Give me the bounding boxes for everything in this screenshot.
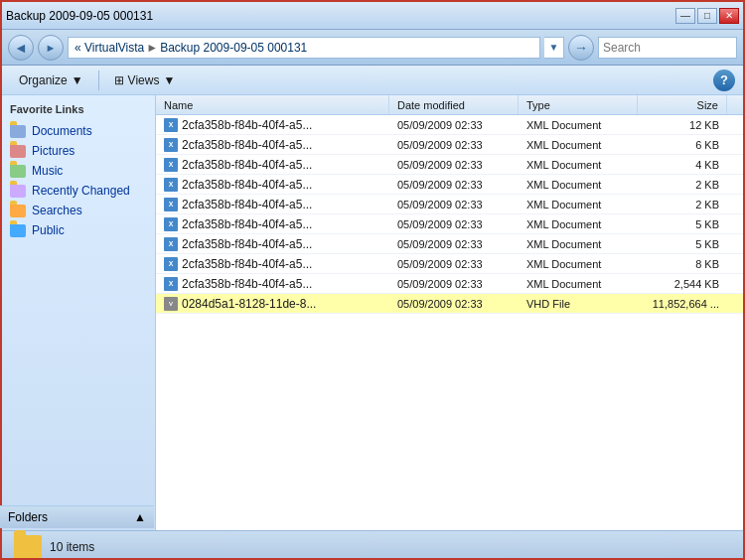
folders-section[interactable]: Folders ▲	[2, 505, 154, 528]
folders-chevron-icon: ▲	[134, 510, 146, 524]
file-name: 2cfa358b-f84b-40f4-a5...	[182, 118, 312, 132]
file-date-cell: 05/09/2009 02:33	[389, 298, 519, 310]
breadcrumb-separator: ►	[146, 41, 158, 55]
xml-icon: X	[164, 217, 178, 231]
xml-icon: X	[164, 277, 178, 291]
status-bar: 10 items	[2, 530, 743, 560]
file-size-cell: 2,544 KB	[638, 278, 727, 290]
sidebar-item-label: Music	[32, 164, 63, 178]
column-header-date[interactable]: Date modified	[389, 95, 519, 114]
xml-icon: X	[164, 198, 178, 211]
toolbar: Organize ▼ ⊞ Views ▼ ?	[2, 66, 743, 95]
sidebar-item-pictures[interactable]: Pictures	[6, 141, 151, 161]
help-button[interactable]: ?	[713, 70, 735, 91]
file-type-cell: XML Document	[519, 238, 638, 250]
main-content: Favorite Links Documents Pictures Music …	[2, 95, 743, 530]
toolbar-separator-1	[98, 70, 99, 90]
file-size-cell: 12 KB	[638, 119, 727, 131]
address-dropdown-button[interactable]: ▼	[544, 37, 564, 59]
file-type-cell: XML Document	[519, 258, 638, 270]
status-folder-icon	[14, 535, 42, 559]
table-row[interactable]: X 2cfa358b-f84b-40f4-a5... 05/09/2009 02…	[156, 234, 743, 254]
file-date-cell: 05/09/2009 02:33	[389, 179, 519, 191]
xml-icon: X	[164, 118, 178, 132]
table-row[interactable]: X 2cfa358b-f84b-40f4-a5... 05/09/2009 02…	[156, 274, 743, 294]
xml-icon: X	[164, 178, 178, 192]
column-header-name[interactable]: Name	[156, 95, 389, 114]
file-type-cell: XML Document	[519, 159, 638, 171]
title-controls: — □ ✕	[675, 8, 739, 24]
file-type-cell: XML Document	[519, 119, 638, 131]
file-date-cell: 05/09/2009 02:33	[389, 238, 519, 250]
sidebar-item-recently-changed[interactable]: Recently Changed	[6, 181, 151, 201]
go-button[interactable]: →	[568, 35, 594, 61]
file-name-cell: V 0284d5a1-8128-11de-8...	[156, 297, 389, 311]
file-name-cell: X 2cfa358b-f84b-40f4-a5...	[156, 158, 389, 172]
file-size-cell: 8 KB	[638, 258, 727, 270]
favorite-links-title: Favorite Links	[6, 103, 151, 115]
file-name: 2cfa358b-f84b-40f4-a5...	[182, 217, 312, 231]
search-box: 🔍	[598, 37, 737, 59]
forward-button[interactable]: ►	[38, 35, 64, 61]
breadcrumb-root: « VirtualVista	[74, 41, 144, 55]
table-row[interactable]: X 2cfa358b-f84b-40f4-a5... 05/09/2009 02…	[156, 155, 743, 175]
organize-chevron-icon: ▼	[72, 73, 83, 87]
sidebar-item-music[interactable]: Music	[6, 161, 151, 181]
sidebar-item-label: Recently Changed	[32, 184, 130, 198]
sidebar-item-public[interactable]: Public	[6, 220, 151, 240]
table-row[interactable]: V 0284d5a1-8128-11de-8... 05/09/2009 02:…	[156, 294, 743, 314]
file-type-cell: VHD File	[519, 298, 638, 310]
documents-icon	[10, 123, 26, 139]
file-date-cell: 05/09/2009 02:33	[389, 199, 519, 210]
file-name-cell: X 2cfa358b-f84b-40f4-a5...	[156, 277, 389, 291]
file-name-cell: X 2cfa358b-f84b-40f4-a5...	[156, 118, 389, 132]
file-name: 2cfa358b-f84b-40f4-a5...	[182, 237, 312, 251]
sidebar-item-documents[interactable]: Documents	[6, 121, 151, 141]
search-input[interactable]	[603, 41, 745, 55]
table-row[interactable]: X 2cfa358b-f84b-40f4-a5... 05/09/2009 02…	[156, 175, 743, 195]
organize-button[interactable]: Organize ▼	[10, 69, 92, 92]
table-row[interactable]: X 2cfa358b-f84b-40f4-a5... 05/09/2009 02…	[156, 214, 743, 234]
file-type-cell: XML Document	[519, 218, 638, 230]
file-date-cell: 05/09/2009 02:33	[389, 139, 519, 151]
table-row[interactable]: X 2cfa358b-f84b-40f4-a5... 05/09/2009 02…	[156, 135, 743, 155]
table-row[interactable]: X 2cfa358b-f84b-40f4-a5... 05/09/2009 02…	[156, 195, 743, 214]
column-header-size[interactable]: Size	[638, 95, 727, 114]
file-name: 2cfa358b-f84b-40f4-a5...	[182, 257, 312, 271]
file-date-cell: 05/09/2009 02:33	[389, 258, 519, 270]
file-name: 2cfa358b-f84b-40f4-a5...	[182, 178, 312, 192]
file-name: 2cfa358b-f84b-40f4-a5...	[182, 158, 312, 172]
back-button[interactable]: ◄	[8, 35, 34, 61]
file-type-cell: XML Document	[519, 199, 638, 210]
breadcrumb-path: Backup 2009-09-05 000131	[160, 41, 307, 55]
file-date-cell: 05/09/2009 02:33	[389, 159, 519, 171]
public-icon	[10, 222, 26, 238]
sidebar-item-label: Public	[32, 223, 65, 237]
table-row[interactable]: X 2cfa358b-f84b-40f4-a5... 05/09/2009 02…	[156, 115, 743, 135]
sidebar-item-label: Documents	[32, 124, 92, 138]
column-header-type[interactable]: Type	[519, 95, 638, 114]
file-date-cell: 05/09/2009 02:33	[389, 218, 519, 230]
pictures-icon	[10, 143, 26, 159]
file-rows-container: X 2cfa358b-f84b-40f4-a5... 05/09/2009 02…	[156, 115, 743, 314]
file-name-cell: X 2cfa358b-f84b-40f4-a5...	[156, 138, 389, 152]
xml-icon: X	[164, 138, 178, 152]
minimize-button[interactable]: —	[675, 8, 695, 24]
organize-label: Organize	[19, 73, 68, 87]
views-button[interactable]: ⊞ Views ▼	[105, 69, 185, 92]
file-date-cell: 05/09/2009 02:33	[389, 119, 519, 131]
sidebar-item-searches[interactable]: Searches	[6, 201, 151, 220]
file-type-cell: XML Document	[519, 179, 638, 191]
file-name: 2cfa358b-f84b-40f4-a5...	[182, 277, 312, 291]
file-list: Name Date modified Type Size X 2cfa358b-…	[156, 95, 743, 530]
folders-label: Folders	[8, 510, 48, 524]
file-name-cell: X 2cfa358b-f84b-40f4-a5...	[156, 198, 389, 211]
breadcrumb[interactable]: « VirtualVista ► Backup 2009-09-05 00013…	[68, 37, 540, 59]
close-button[interactable]: ✕	[719, 8, 739, 24]
status-count: 10 items	[50, 540, 94, 554]
address-bar: ◄ ► « VirtualVista ► Backup 2009-09-05 0…	[2, 30, 743, 66]
maximize-button[interactable]: □	[697, 8, 717, 24]
file-size-cell: 2 KB	[638, 179, 727, 191]
table-row[interactable]: X 2cfa358b-f84b-40f4-a5... 05/09/2009 02…	[156, 254, 743, 274]
file-name-cell: X 2cfa358b-f84b-40f4-a5...	[156, 257, 389, 271]
